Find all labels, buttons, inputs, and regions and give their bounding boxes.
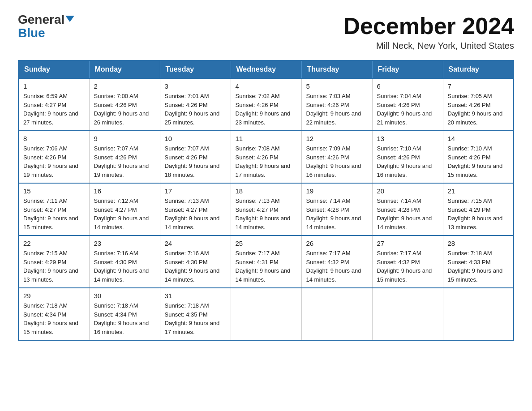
calendar-day-cell: 21 Sunrise: 7:15 AM Sunset: 4:29 PM Dayl… [443, 183, 514, 235]
day-info: Sunrise: 7:10 AM Sunset: 4:26 PM Dayligh… [377, 144, 438, 179]
day-info: Sunrise: 7:17 AM Sunset: 4:32 PM Dayligh… [377, 249, 438, 284]
sunset-label: Sunset: 4:30 PM [94, 259, 137, 265]
daylight-label: Daylight: 9 hours and 15 minutes. [23, 320, 78, 335]
daylight-label: Daylight: 9 hours and 17 minutes. [165, 320, 220, 335]
sunrise-label: Sunrise: 7:16 AM [165, 250, 209, 257]
sunset-label: Sunset: 4:26 PM [23, 154, 66, 161]
daylight-label: Daylight: 9 hours and 14 minutes. [165, 215, 220, 231]
day-number: 16 [94, 187, 155, 195]
sunset-label: Sunset: 4:30 PM [165, 259, 208, 265]
header-sunday: Sunday [18, 60, 89, 78]
calendar-day-cell: 14 Sunrise: 7:10 AM Sunset: 4:26 PM Dayl… [443, 131, 514, 183]
sunrise-label: Sunrise: 7:04 AM [377, 93, 421, 99]
calendar-day-cell: 19 Sunrise: 7:14 AM Sunset: 4:28 PM Dayl… [301, 183, 372, 235]
calendar-day-cell: 8 Sunrise: 7:06 AM Sunset: 4:26 PM Dayli… [18, 131, 89, 183]
day-number: 24 [165, 240, 226, 247]
sunrise-label: Sunrise: 7:12 AM [94, 197, 138, 204]
day-info: Sunrise: 7:00 AM Sunset: 4:26 PM Dayligh… [94, 92, 155, 127]
sunset-label: Sunset: 4:26 PM [94, 154, 137, 161]
day-info: Sunrise: 7:05 AM Sunset: 4:26 PM Dayligh… [448, 92, 509, 127]
day-info: Sunrise: 7:04 AM Sunset: 4:26 PM Dayligh… [377, 92, 438, 127]
sunrise-label: Sunrise: 7:00 AM [94, 93, 138, 99]
header-thursday: Thursday [301, 60, 372, 78]
daylight-label: Daylight: 9 hours and 16 minutes. [377, 163, 432, 178]
day-number: 14 [448, 135, 509, 142]
daylight-label: Daylight: 9 hours and 16 minutes. [94, 320, 149, 335]
sunset-label: Sunset: 4:26 PM [165, 102, 208, 108]
day-number: 30 [94, 292, 155, 300]
sunrise-label: Sunrise: 7:14 AM [306, 197, 351, 204]
day-number: 4 [236, 82, 297, 90]
sunset-label: Sunset: 4:29 PM [23, 259, 66, 265]
daylight-label: Daylight: 9 hours and 14 minutes. [306, 215, 361, 231]
calendar-day-cell: 23 Sunrise: 7:16 AM Sunset: 4:30 PM Dayl… [89, 235, 160, 288]
sunset-label: Sunset: 4:35 PM [165, 311, 208, 318]
header-friday: Friday [372, 60, 443, 78]
day-number: 10 [165, 135, 226, 142]
sunrise-label: Sunrise: 7:08 AM [236, 145, 280, 152]
month-title: December 2024 [343, 13, 514, 39]
daylight-label: Daylight: 9 hours and 26 minutes. [94, 110, 149, 126]
days-of-week-row: Sunday Monday Tuesday Wednesday Thursday… [18, 60, 514, 78]
logo-arrow-icon [65, 16, 74, 22]
calendar-day-cell: 5 Sunrise: 7:03 AM Sunset: 4:26 PM Dayli… [301, 78, 372, 131]
day-number: 13 [377, 135, 438, 142]
calendar-day-cell: 29 Sunrise: 7:18 AM Sunset: 4:34 PM Dayl… [18, 288, 89, 340]
daylight-label: Daylight: 9 hours and 17 minutes. [236, 163, 291, 178]
location: Mill Neck, New York, United States [343, 41, 514, 51]
sunrise-label: Sunrise: 7:13 AM [165, 197, 209, 204]
daylight-label: Daylight: 9 hours and 14 minutes. [94, 215, 149, 231]
sunrise-label: Sunrise: 7:17 AM [236, 250, 280, 257]
sunset-label: Sunset: 4:26 PM [448, 154, 491, 161]
sunset-label: Sunset: 4:26 PM [448, 102, 491, 108]
day-info: Sunrise: 7:11 AM Sunset: 4:27 PM Dayligh… [23, 197, 85, 231]
sunrise-label: Sunrise: 7:10 AM [448, 145, 492, 152]
day-number: 2 [94, 82, 155, 90]
sunset-label: Sunset: 4:26 PM [377, 102, 420, 108]
sunset-label: Sunset: 4:26 PM [236, 154, 279, 161]
calendar-day-cell: 9 Sunrise: 7:07 AM Sunset: 4:26 PM Dayli… [89, 131, 160, 183]
sunset-label: Sunset: 4:32 PM [306, 259, 349, 265]
daylight-label: Daylight: 9 hours and 13 minutes. [23, 267, 78, 283]
calendar-day-cell: 25 Sunrise: 7:17 AM Sunset: 4:31 PM Dayl… [231, 235, 301, 288]
calendar-day-cell: 27 Sunrise: 7:17 AM Sunset: 4:32 PM Dayl… [372, 235, 443, 288]
calendar-day-cell: 6 Sunrise: 7:04 AM Sunset: 4:26 PM Dayli… [372, 78, 443, 131]
sunrise-label: Sunrise: 7:02 AM [236, 93, 280, 99]
day-number: 22 [23, 240, 85, 247]
daylight-label: Daylight: 9 hours and 27 minutes. [23, 110, 78, 126]
day-info: Sunrise: 7:03 AM Sunset: 4:26 PM Dayligh… [306, 92, 368, 127]
sunset-label: Sunset: 4:27 PM [236, 206, 279, 213]
calendar-day-cell: 13 Sunrise: 7:10 AM Sunset: 4:26 PM Dayl… [372, 131, 443, 183]
daylight-label: Daylight: 9 hours and 13 minutes. [448, 215, 503, 231]
daylight-label: Daylight: 9 hours and 23 minutes. [236, 110, 291, 126]
day-info: Sunrise: 7:14 AM Sunset: 4:28 PM Dayligh… [306, 197, 368, 231]
day-number: 18 [236, 187, 297, 195]
calendar-header: Sunday Monday Tuesday Wednesday Thursday… [18, 60, 514, 78]
day-number: 29 [23, 292, 85, 300]
page-header: General Blue December 2024 Mill Neck, Ne… [18, 13, 514, 51]
day-info: Sunrise: 7:16 AM Sunset: 4:30 PM Dayligh… [165, 249, 226, 284]
sunset-label: Sunset: 4:28 PM [377, 206, 420, 213]
sunrise-label: Sunrise: 7:18 AM [94, 302, 138, 309]
sunrise-label: Sunrise: 7:15 AM [23, 250, 68, 257]
daylight-label: Daylight: 9 hours and 14 minutes. [236, 267, 291, 283]
calendar-day-cell: 4 Sunrise: 7:02 AM Sunset: 4:26 PM Dayli… [231, 78, 301, 131]
day-number: 17 [165, 187, 226, 195]
day-number: 19 [306, 187, 368, 195]
calendar-day-cell: 28 Sunrise: 7:18 AM Sunset: 4:33 PM Dayl… [443, 235, 514, 288]
day-info: Sunrise: 7:10 AM Sunset: 4:26 PM Dayligh… [448, 144, 509, 179]
day-number: 7 [448, 82, 509, 90]
day-info: Sunrise: 7:08 AM Sunset: 4:26 PM Dayligh… [236, 144, 297, 179]
day-number: 20 [377, 187, 438, 195]
calendar-day-cell: 12 Sunrise: 7:09 AM Sunset: 4:26 PM Dayl… [301, 131, 372, 183]
sunrise-label: Sunrise: 7:10 AM [377, 145, 421, 152]
sunrise-label: Sunrise: 7:01 AM [165, 93, 209, 99]
sunrise-label: Sunrise: 7:15 AM [448, 197, 492, 204]
day-info: Sunrise: 6:59 AM Sunset: 4:27 PM Dayligh… [23, 92, 85, 127]
sunrise-label: Sunrise: 7:14 AM [377, 197, 421, 204]
daylight-label: Daylight: 9 hours and 14 minutes. [306, 267, 361, 283]
sunset-label: Sunset: 4:26 PM [306, 102, 349, 108]
day-number: 9 [94, 135, 155, 142]
calendar-week-row: 22 Sunrise: 7:15 AM Sunset: 4:29 PM Dayl… [18, 235, 514, 288]
daylight-label: Daylight: 9 hours and 21 minutes. [377, 110, 432, 126]
